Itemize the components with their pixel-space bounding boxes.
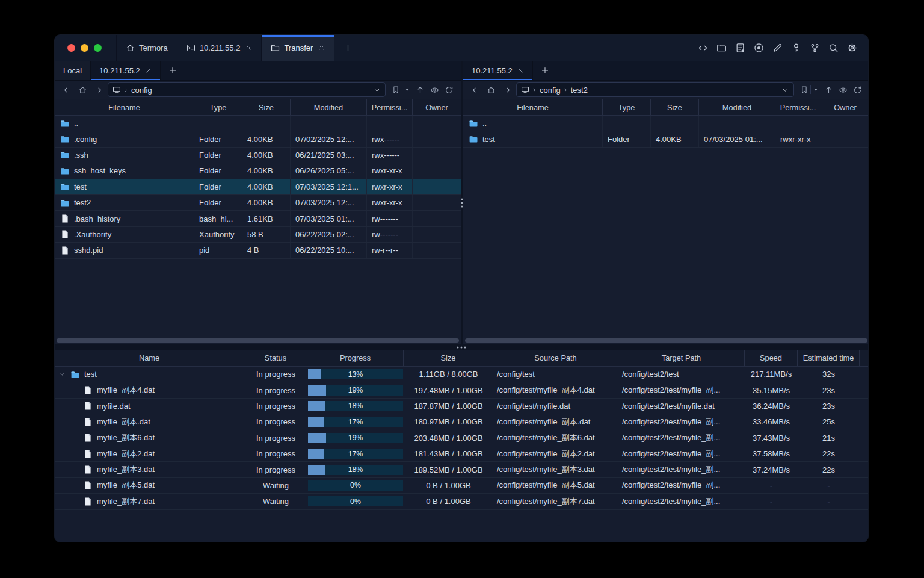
transfer-row-myfile-6-dat[interactable]: myfile_副本6.datIn progress19%203.48MB / 1… xyxy=(55,430,868,446)
home-button[interactable] xyxy=(484,83,499,96)
cell-filename: test xyxy=(463,131,603,146)
search-button[interactable] xyxy=(828,43,839,54)
file-icon xyxy=(60,214,70,223)
transfer-row-myfile-5-dat[interactable]: myfile_副本5.datWaiting0%0 B / 1.00GB/conf… xyxy=(55,478,868,494)
file-row-test2[interactable]: test2Folder4.00KB07/03/2025 12:...rwxr-x… xyxy=(55,195,461,211)
transfer-splitter[interactable] xyxy=(55,344,868,350)
transfer-row-myfile-dat[interactable]: myfile.datIn progress18%187.87MB / 1.00G… xyxy=(55,399,868,414)
close-tab-icon[interactable] xyxy=(517,67,524,74)
refresh-button[interactable] xyxy=(445,85,454,95)
column-header-estimated-time[interactable]: Estimated time xyxy=(798,350,860,366)
breadcrumb-segment[interactable]: config xyxy=(540,85,561,95)
parent-directory-button[interactable] xyxy=(416,85,425,95)
file-row-sshd-pid[interactable]: sshd.pidpid4 B06/22/2025 10:...rw-r--r-- xyxy=(55,243,461,258)
column-header-status[interactable]: Status xyxy=(244,350,307,366)
transfer-row-test[interactable]: testIn progress13%1.11GB / 8.00GB/config… xyxy=(55,367,868,382)
home-button[interactable] xyxy=(75,83,90,96)
file-row-[interactable]: .. xyxy=(463,116,869,131)
bookmark-button[interactable] xyxy=(392,85,410,94)
file-row-test[interactable]: testFolder4.00KB07/03/2025 12:1...rwxr-x… xyxy=(55,179,461,195)
file-row-ssh[interactable]: .sshFolder4.00KB06/21/2025 03:...rwx----… xyxy=(55,148,461,163)
file-row-bash-history[interactable]: .bash_historybash_hi...1.61KB07/03/2025 … xyxy=(55,211,461,226)
column-header-name[interactable]: Name xyxy=(55,350,244,366)
path-dropdown-icon[interactable] xyxy=(781,86,789,94)
panel-tab-local[interactable]: Local xyxy=(55,61,91,80)
column-header-target-path[interactable]: Target Path xyxy=(618,350,745,366)
caret-down-icon[interactable] xyxy=(404,87,410,93)
column-header-size[interactable]: Size xyxy=(651,99,699,115)
show-hidden-button[interactable] xyxy=(430,85,439,95)
file-row-config[interactable]: .configFolder4.00KB07/02/2025 12:...rwx-… xyxy=(55,131,461,147)
column-header-size[interactable]: Size xyxy=(404,350,493,366)
column-header-permissi[interactable]: Permissi... xyxy=(775,99,821,115)
column-header-size[interactable]: Size xyxy=(242,99,291,115)
column-header-type[interactable]: Type xyxy=(194,99,242,115)
pencil-button[interactable] xyxy=(772,43,783,54)
file-row-ssh-host-keys[interactable]: ssh_host_keysFolder4.00KB06/26/2025 05:.… xyxy=(55,163,461,179)
forward-button[interactable] xyxy=(90,83,105,96)
transfer-row-myfile-7-dat[interactable]: myfile_副本7.datWaiting0%0 B / 1.00GB/conf… xyxy=(55,494,868,509)
scrollbar-thumb[interactable] xyxy=(465,338,867,343)
new-tab-button[interactable] xyxy=(334,35,362,61)
transfer-row-myfile-dat[interactable]: myfile_副本.datIn progress17%180.97MB / 1.… xyxy=(55,414,868,430)
path-input[interactable]: config xyxy=(108,82,386,97)
zoom-window-button[interactable] xyxy=(94,44,102,52)
close-window-button[interactable] xyxy=(67,44,75,52)
panel-tab-10-211-55-2[interactable]: 10.211.55.2 xyxy=(91,61,161,80)
column-header-modified[interactable]: Modified xyxy=(291,99,367,115)
column-header-type[interactable]: Type xyxy=(603,99,651,115)
scrollbar-thumb[interactable] xyxy=(57,338,459,343)
close-tab-icon[interactable] xyxy=(318,45,325,51)
show-hidden-button[interactable] xyxy=(839,85,848,95)
parent-directory-button[interactable] xyxy=(824,85,833,95)
minimize-window-button[interactable] xyxy=(81,44,88,52)
expand-collapse-icon[interactable] xyxy=(58,371,66,378)
forward-button[interactable] xyxy=(499,83,514,96)
transfer-row-myfile-3-dat[interactable]: myfile_副本3.datIn progress18%189.52MB / 1… xyxy=(55,462,868,477)
panel-tab-10-211-55-2[interactable]: 10.211.55.2 xyxy=(463,61,533,80)
transfer-row-myfile-2-dat[interactable]: myfile_副本2.datIn progress17%181.43MB / 1… xyxy=(55,446,868,462)
column-header-speed[interactable]: Speed xyxy=(745,350,798,366)
new-panel-tab-button[interactable] xyxy=(161,61,185,80)
branch-button[interactable] xyxy=(809,43,820,54)
cell-owner xyxy=(413,227,461,242)
column-header-source-path[interactable]: Source Path xyxy=(493,350,618,366)
close-tab-icon[interactable] xyxy=(245,45,252,51)
key-button[interactable] xyxy=(790,43,801,54)
horizontal-scrollbar[interactable] xyxy=(57,338,459,343)
file-row-[interactable]: .. xyxy=(55,116,461,131)
horizontal-scrollbar[interactable] xyxy=(465,338,867,343)
column-header-filename[interactable]: Filename xyxy=(55,99,194,115)
cell-size: 58 B xyxy=(242,227,291,242)
titlebar-tabs: Termora10.211.55.2Transfer xyxy=(116,35,362,61)
path-dropdown-icon[interactable] xyxy=(373,86,381,94)
document-button[interactable] xyxy=(735,43,745,54)
file-row-test[interactable]: testFolder4.00KB07/03/2025 01:...rwxr-xr… xyxy=(463,131,869,147)
path-input[interactable]: configtest2 xyxy=(516,82,794,97)
close-tab-icon[interactable] xyxy=(145,67,152,74)
breadcrumb-segment[interactable]: test2 xyxy=(571,85,588,95)
back-button[interactable] xyxy=(469,83,484,96)
breadcrumb-segment[interactable]: config xyxy=(131,85,152,95)
bookmark-button[interactable] xyxy=(800,85,819,94)
column-header-permissi[interactable]: Permissi... xyxy=(367,99,413,115)
transfer-row-myfile-4-dat[interactable]: myfile_副本4.datIn progress19%197.48MB / 1… xyxy=(55,382,868,398)
new-panel-tab-button[interactable] xyxy=(533,61,557,80)
column-header-filename[interactable]: Filename xyxy=(463,99,603,115)
column-header-owner[interactable]: Owner xyxy=(821,99,869,115)
column-header-progress[interactable]: Progress xyxy=(307,350,404,366)
titlebar-tab-termora[interactable]: Termora xyxy=(116,35,177,61)
folder-button[interactable] xyxy=(716,43,727,54)
refresh-button[interactable] xyxy=(853,85,862,95)
titlebar-tab-10-211-55-2[interactable]: 10.211.55.2 xyxy=(177,35,262,61)
file-icon xyxy=(83,465,93,474)
file-row-xauthority[interactable]: .XauthorityXauthority58 B06/22/2025 02:.… xyxy=(55,227,461,243)
record-button[interactable] xyxy=(753,43,764,54)
titlebar-tab-transfer[interactable]: Transfer xyxy=(262,35,334,61)
settings-button[interactable] xyxy=(846,43,857,54)
code-button[interactable] xyxy=(697,43,708,54)
column-header-modified[interactable]: Modified xyxy=(699,99,775,115)
caret-down-icon[interactable] xyxy=(813,87,819,93)
column-header-owner[interactable]: Owner xyxy=(413,99,461,115)
back-button[interactable] xyxy=(60,83,75,96)
